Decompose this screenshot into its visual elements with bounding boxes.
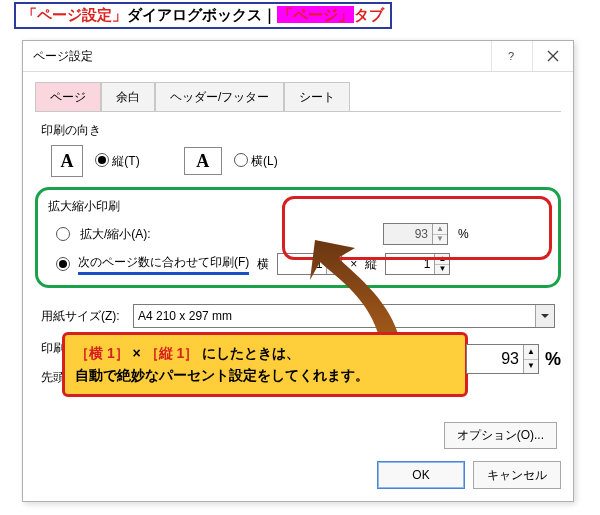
result-pct: % bbox=[545, 349, 561, 370]
fit-sep: × bbox=[350, 257, 357, 271]
adjust-to-pct: % bbox=[458, 227, 548, 241]
options-button[interactable]: オプション(O)... bbox=[444, 422, 557, 449]
scaling-group-highlight: 拡大縮小印刷 拡大/縮小(A): ▲▼ % 次のページ数に合わせて印刷(F) 横… bbox=[35, 187, 561, 288]
page-setup-dialog: ページ設定 ? ページ 余白 ヘッダー/フッター シート 印刷の向き A 縦(T… bbox=[22, 40, 574, 502]
caption-highlight: 「ページ」 bbox=[277, 6, 354, 23]
tab-page[interactable]: ページ bbox=[35, 82, 101, 111]
tab-margins[interactable]: 余白 bbox=[101, 82, 155, 111]
fit-wide-spinner[interactable]: ▲▼ bbox=[277, 253, 342, 275]
portrait-radio[interactable] bbox=[95, 153, 109, 167]
fit-wide-label: 横 bbox=[257, 256, 269, 273]
paper-size-value: A4 210 x 297 mm bbox=[138, 309, 232, 323]
fit-to-label: 次のページ数に合わせて印刷(F) bbox=[78, 254, 249, 275]
portrait-icon: A bbox=[51, 145, 83, 177]
ok-button[interactable]: OK bbox=[377, 461, 465, 489]
result-spinner[interactable]: ▲▼ bbox=[466, 344, 539, 374]
tab-page-label: ページ bbox=[50, 90, 86, 104]
spinner-arrows[interactable]: ▲▼ bbox=[432, 224, 447, 244]
tab-headerfooter-label: ヘッダー/フッター bbox=[170, 90, 269, 104]
chevron-down-icon[interactable] bbox=[535, 305, 554, 327]
fit-wide-input[interactable] bbox=[278, 254, 326, 274]
tab-header-footer[interactable]: ヘッダー/フッター bbox=[155, 82, 284, 111]
orientation-label: 印刷の向き bbox=[41, 122, 555, 139]
spinner-arrows[interactable]: ▲▼ bbox=[326, 254, 341, 274]
dialog-title: ページ設定 bbox=[33, 48, 93, 65]
explainer-callout: ［横 1］ × ［縦 1］ にしたときは、 自動で絶妙なパーセント設定をしてくれ… bbox=[62, 332, 468, 397]
callout-tate: ［縦 1］ bbox=[145, 345, 199, 361]
adjust-to-spinner[interactable]: ▲▼ bbox=[383, 223, 448, 245]
svg-text:?: ? bbox=[508, 50, 514, 62]
callout-x: × bbox=[133, 345, 141, 361]
adjust-to-radio[interactable] bbox=[56, 227, 70, 241]
adjust-to-input[interactable] bbox=[384, 224, 432, 244]
close-button[interactable] bbox=[532, 41, 573, 71]
landscape-icon: A bbox=[184, 147, 222, 175]
portrait-radio-label: 縦(T) bbox=[112, 154, 139, 168]
ok-label: OK bbox=[412, 468, 429, 482]
titlebar: ページ設定 ? bbox=[23, 41, 573, 72]
close-icon bbox=[547, 50, 559, 62]
landscape-radio[interactable] bbox=[234, 153, 248, 167]
cancel-button[interactable]: キャンセル bbox=[473, 461, 561, 489]
tab-sheet[interactable]: シート bbox=[284, 82, 350, 111]
spinner-arrows[interactable]: ▲▼ bbox=[523, 345, 538, 373]
scaling-group-label: 拡大縮小印刷 bbox=[48, 198, 548, 215]
explainer-caption: 「ページ設定」ダイアログボックス｜「ページ」タブ bbox=[14, 2, 392, 29]
fit-tall-label: 縦 bbox=[365, 256, 377, 273]
help-button[interactable]: ? bbox=[491, 41, 532, 71]
result-input[interactable] bbox=[467, 345, 523, 373]
paper-size-label: 用紙サイズ(Z): bbox=[41, 308, 125, 325]
fit-tall-input[interactable] bbox=[386, 254, 434, 274]
callout-yoko: ［横 1］ bbox=[75, 345, 129, 361]
spinner-arrows[interactable]: ▲▼ bbox=[434, 254, 449, 274]
fit-tall-spinner[interactable]: ▲▼ bbox=[385, 253, 450, 275]
paper-size-row: 用紙サイズ(Z): A4 210 x 297 mm bbox=[23, 298, 573, 334]
caption-part-1: 「ページ設定」 bbox=[22, 6, 127, 23]
tab-sheet-label: シート bbox=[299, 90, 335, 104]
adjust-to-label: 拡大/縮小(A): bbox=[80, 226, 151, 243]
caption-part-2: ダイアログボックス｜ bbox=[127, 6, 277, 23]
callout-line1-tail: にしたときは、 bbox=[202, 345, 300, 361]
paper-size-combo[interactable]: A4 210 x 297 mm bbox=[133, 304, 555, 328]
orientation-group: 印刷の向き A 縦(T) A 横(L) bbox=[23, 112, 573, 183]
landscape-radio-label: 横(L) bbox=[251, 154, 278, 168]
cancel-label: キャンセル bbox=[487, 467, 547, 484]
caption-part-3: タブ bbox=[354, 6, 384, 23]
fit-to-radio[interactable] bbox=[56, 257, 70, 271]
callout-line2: 自動で絶妙なパーセント設定をしてくれます。 bbox=[75, 367, 369, 383]
tab-strip: ページ 余白 ヘッダー/フッター シート bbox=[23, 72, 573, 111]
result-percent-box: ▲▼ % bbox=[466, 344, 561, 374]
help-icon: ? bbox=[506, 50, 518, 62]
tab-margins-label: 余白 bbox=[116, 90, 140, 104]
